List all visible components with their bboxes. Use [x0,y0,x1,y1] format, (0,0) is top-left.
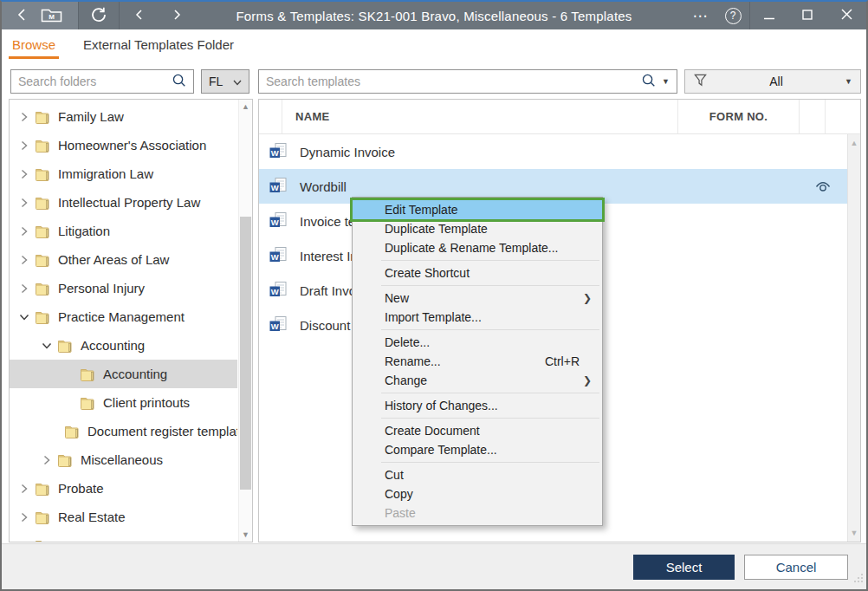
folder-icon [34,195,51,211]
refresh-button[interactable] [79,2,119,29]
search-row: FL ▼ All ▼ [2,59,866,99]
tree-item-homeowner-s-association[interactable]: Homeowner's Association [10,131,237,159]
select-button[interactable]: Select [633,555,735,580]
chevron-right-icon[interactable] [16,255,32,265]
tree-item-immigration-law[interactable]: Immigration Law [10,159,237,188]
tree-scrollbar[interactable]: ▲ ▼ [238,100,252,542]
cancel-button[interactable]: Cancel [744,555,848,580]
search-folders-input[interactable] [11,75,172,88]
menu-item-history-of-changes[interactable]: History of Changes... [353,396,602,415]
menu-item-cut[interactable]: Cut [353,465,602,484]
menu-item-edit-template[interactable]: Edit Template [353,200,602,219]
search-templates-input[interactable] [259,75,641,88]
tree-item-accounting[interactable]: Accounting [10,331,237,360]
close-button[interactable] [826,2,866,29]
chevron-down-icon[interactable] [39,342,55,349]
nav-back-button[interactable] [120,2,158,29]
menu-item-create-shortcut[interactable]: Create Shortcut [353,263,602,283]
tree-item-accounting[interactable]: Accounting [10,360,237,388]
form-no-column-header[interactable]: FORM NO. [678,100,800,133]
chevron-down-icon[interactable] [16,314,32,321]
folder-icon [34,138,51,153]
minimize-icon [764,10,774,23]
scroll-down-icon[interactable]: ▼ [239,528,252,542]
word-document-icon: W [269,142,288,162]
chevron-right-icon[interactable] [16,512,32,523]
ellipsis-icon: ⋯ [693,9,708,23]
tree-item-client-printouts[interactable]: Client printouts [10,388,237,417]
menu-item-copy[interactable]: Copy [353,484,602,503]
list-scrollbar[interactable]: ▲ ▼ [847,134,860,542]
tree-item-probate[interactable]: Probate [10,474,237,503]
folder-icon [34,281,51,296]
folder-icon [34,252,51,268]
chevron-right-icon[interactable] [16,112,32,122]
tree-item-label: Other Areas of Law [58,252,169,267]
back-to-matter-button[interactable] [17,2,26,29]
filter-dropdown[interactable]: All ▼ [684,69,861,94]
menu-item-label: Import Template... [385,310,482,324]
template-row-dynamic-invoice[interactable]: WDynamic Invoice [259,134,847,169]
menu-item-rename[interactable]: Rename...Ctrl+R [353,352,602,371]
chevron-right-icon[interactable] [39,455,55,465]
tree-item-label: Miscellaneous [81,452,163,467]
chevron-right-icon[interactable] [16,140,32,151]
menu-item-change[interactable]: Change❯ [353,371,602,390]
tree-item-label: Personal Injury [58,281,145,296]
scroll-up-icon[interactable]: ▲ [239,100,252,114]
scroll-down-icon[interactable]: ▼ [848,526,860,540]
menu-item-compare-template[interactable]: Compare Template... [353,440,602,459]
menu-item-create-document[interactable]: Create Document [353,421,602,440]
scroll-up-icon[interactable]: ▲ [848,136,860,150]
menu-item-delete[interactable]: Delete... [353,333,602,352]
window-controls: ⋯ ? [683,2,866,29]
word-document-icon: W [269,281,288,301]
resize-grip[interactable] [852,571,864,587]
tree-item-other-areas-of-law[interactable]: Other Areas of Law [10,245,237,274]
matter-folder-button[interactable]: M [40,2,63,29]
tree-item-label: Intellectual Property Law [58,195,200,210]
tree-item-document-register-templates[interactable]: Document register templates [10,417,237,445]
tree-item-label: Probate [58,481,104,496]
folder-icon [56,452,74,468]
chevron-right-icon[interactable] [16,226,32,237]
word-document-icon: W [269,315,288,335]
tree-item-personal-injury[interactable]: Personal Injury [10,274,237,302]
search-options-caret-icon[interactable]: ▼ [662,77,670,86]
toolbar: M [2,2,196,29]
folder-icon [34,538,51,542]
forms-templates-window: M [0,0,868,591]
name-column-header[interactable]: NAME [282,100,678,133]
chevron-right-icon[interactable] [16,169,32,179]
menu-item-new[interactable]: New❯ [353,289,602,308]
nav-forward-button[interactable] [158,2,196,29]
chevron-right-icon[interactable] [16,484,32,494]
minimize-button[interactable] [750,2,788,29]
search-icon [641,73,656,91]
tree-item-item[interactable] [10,531,237,542]
help-button[interactable]: ? [716,2,749,29]
matter-folder-icon: M [40,6,63,26]
tree-item-miscellaneous[interactable]: Miscellaneous [10,445,237,474]
preview-eye-icon[interactable] [814,180,832,193]
tree-scrollbar-thumb[interactable] [240,217,251,490]
menu-item-import-template[interactable]: Import Template... [353,308,602,327]
chevron-right-icon[interactable] [16,198,32,208]
tree-item-real-estate[interactable]: Real Estate [10,503,237,531]
icon-column-header [259,100,282,133]
tab-external-templates-folder[interactable]: External Templates Folder [81,29,236,59]
menu-item-duplicate-template[interactable]: Duplicate Template [353,219,602,238]
tree-item-practice-management[interactable]: Practice Management [10,302,237,331]
tree-item-label: Practice Management [58,309,185,324]
tab-browse[interactable]: Browse [10,29,57,59]
state-dropdown[interactable]: FL [201,69,249,94]
tree-item-family-law[interactable]: Family Law [10,102,237,131]
more-options-button[interactable]: ⋯ [683,2,716,29]
chevron-right-icon[interactable] [16,283,32,294]
menu-separator [381,462,599,463]
tree-item-litigation[interactable]: Litigation [10,217,237,245]
tree-item-intellectual-property-law[interactable]: Intellectual Property Law [10,188,237,217]
maximize-button[interactable] [788,2,826,29]
menu-item-duplicate-rename-template[interactable]: Duplicate & Rename Template... [353,238,602,257]
tree-item-label: Homeowner's Association [58,138,206,153]
